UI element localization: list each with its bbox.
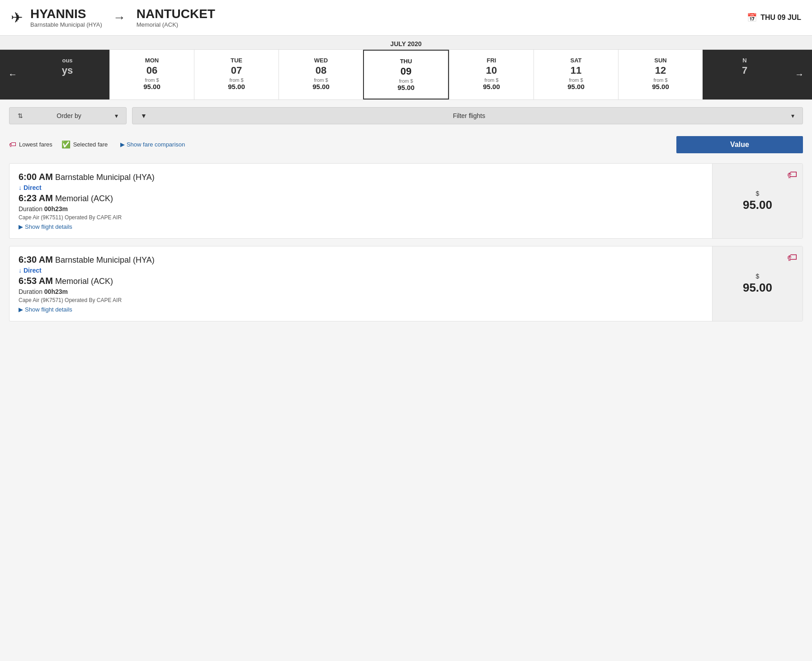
flight-card-1: 6:00 AM Barnstable Municipal (HYA) ↓ Dir… — [9, 163, 803, 239]
flight-2-price-column[interactable]: 🏷 $ 95.00 — [712, 246, 803, 321]
sun12-price: 95.00 — [622, 83, 699, 90]
flight-2-depart-airport: Barnstable Municipal (HYA) — [55, 255, 155, 264]
fri10-price: 95.00 — [453, 83, 530, 90]
origin-city: HYANNIS — [30, 7, 102, 21]
flight-2-details-chevron-icon: ▶ — [19, 306, 23, 313]
flight-1-details-label: Show flight details — [25, 223, 72, 230]
flight-2-duration-value: 00h23m — [44, 288, 68, 295]
fri10-num: 10 — [453, 65, 530, 76]
route-arrow-icon: → — [113, 10, 126, 25]
flight-1-direct-label: Direct — [24, 184, 42, 191]
thu09-price: 95.00 — [368, 84, 444, 91]
lowest-fares-label: Lowest fares — [19, 141, 52, 148]
date-cell-sat-11[interactable]: SAT 11 from $ 95.00 — [533, 50, 618, 99]
filter-chevron-icon: ▾ — [791, 112, 794, 119]
flight-1-price-tag-icon: 🏷 — [787, 169, 797, 181]
flight-1-details-chevron-icon: ▶ — [19, 223, 23, 230]
lowest-fares-tag-icon: 🏷 — [9, 141, 16, 149]
partial-prev-num: ys — [29, 65, 106, 76]
lowest-fares-legend: 🏷 Lowest fares — [9, 141, 52, 149]
flight-2-arrive-airport: Memorial (ACK) — [55, 277, 113, 286]
wed08-from: from $ — [283, 77, 359, 83]
flight-1-duration-label: Duration — [19, 205, 42, 212]
flight-2-direct: ↓ Direct — [19, 267, 703, 274]
date-cell-partial-prev[interactable]: ous ys — [25, 50, 109, 99]
selected-fare-legend: ✅ Selected fare — [61, 140, 108, 149]
flight-2-arrive: 6:53 AM Memorial (ACK) — [19, 276, 703, 286]
flight-2-depart: 6:30 AM Barnstable Municipal (HYA) — [19, 255, 703, 265]
tue07-from: from $ — [198, 77, 275, 83]
page-header: ✈ HYANNIS Barnstable Municipal (HYA) → N… — [0, 0, 812, 36]
flights-list: 6:00 AM Barnstable Municipal (HYA) ↓ Dir… — [0, 158, 812, 327]
origin-info: HYANNIS Barnstable Municipal (HYA) — [30, 7, 102, 28]
sun12-day: SUN — [622, 57, 699, 64]
sun12-num: 12 — [622, 65, 699, 76]
flight-1-depart-airport: Barnstable Municipal (HYA) — [55, 173, 155, 182]
sat11-day: SAT — [538, 57, 614, 64]
filter-icon: ▼ — [141, 112, 147, 119]
fri10-day: FRI — [453, 57, 530, 64]
sun12-from: from $ — [622, 77, 699, 83]
filter-label: Filter flights — [453, 112, 486, 119]
date-cell-fri-10[interactable]: FRI 10 from $ 95.00 — [449, 50, 533, 99]
wed08-day: WED — [283, 57, 359, 64]
tue07-price: 95.00 — [198, 83, 275, 90]
thu09-num: 09 — [368, 66, 444, 77]
flight-2-direct-label: Direct — [24, 267, 42, 274]
fri10-from: from $ — [453, 77, 530, 83]
flight-1-direct: ↓ Direct — [19, 184, 703, 191]
flight-2-duration: Duration 00h23m — [19, 288, 703, 295]
mon06-from: from $ — [113, 77, 190, 83]
date-carousel-section: JULY 2020 ← ous ys MON 06 from $ 95.00 T… — [0, 36, 812, 100]
flight-1-depart-time: 6:00 AM — [19, 172, 53, 182]
route-info: ✈ HYANNIS Barnstable Municipal (HYA) → N… — [11, 7, 215, 28]
flight-1-info: 6:00 AM Barnstable Municipal (HYA) ↓ Dir… — [9, 164, 712, 238]
date-cell-tue-07[interactable]: TUE 07 from $ 95.00 — [194, 50, 279, 99]
date-carousel: ← ous ys MON 06 from $ 95.00 TUE 07 from… — [0, 50, 812, 99]
order-icon: ⇅ — [18, 112, 23, 119]
flight-1-operator: Cape Air (9K7511) Operated By CAPE AIR — [19, 214, 703, 221]
wed08-price: 95.00 — [283, 83, 359, 90]
date-cell-sun-12[interactable]: SUN 12 from $ 95.00 — [618, 50, 703, 99]
flight-2-duration-label: Duration — [19, 288, 42, 295]
flight-card-2: 6:30 AM Barnstable Municipal (HYA) ↓ Dir… — [9, 246, 803, 321]
mon06-day: MON — [113, 57, 190, 64]
show-fare-comparison-link[interactable]: ▶ Show fare comparison — [120, 141, 185, 148]
flight-1-show-details-link[interactable]: ▶ Show flight details — [19, 223, 703, 230]
order-by-label: Order by — [57, 112, 81, 119]
flight-2-show-details-link[interactable]: ▶ Show flight details — [19, 306, 703, 313]
flight-2-depart-time: 6:30 AM — [19, 255, 53, 264]
date-cell-partial-next[interactable]: N 7 — [703, 50, 787, 99]
controls-bar: ⇅ Order by ▾ ▼ Filter flights ▾ — [0, 100, 812, 132]
flight-1-down-arrow-icon: ↓ — [19, 184, 22, 191]
flight-1-arrive: 6:23 AM Memorial (ACK) — [19, 193, 703, 203]
selected-date-label: THU 09 JUL — [760, 14, 801, 22]
carousel-next-button[interactable]: → — [787, 50, 812, 99]
filter-flights-button[interactable]: ▼ Filter flights ▾ — [132, 107, 803, 124]
flight-1-duration: Duration 00h23m — [19, 205, 703, 212]
order-chevron-icon: ▾ — [115, 112, 118, 119]
origin-airport: Barnstable Municipal (HYA) — [30, 21, 102, 28]
flight-2-down-arrow-icon: ↓ — [19, 267, 22, 274]
tue07-num: 07 — [198, 65, 275, 76]
mon06-num: 06 — [113, 65, 190, 76]
date-cell-thu-09[interactable]: THU 09 from $ 95.00 — [363, 50, 449, 99]
date-cell-mon-06[interactable]: MON 06 from $ 95.00 — [109, 50, 194, 99]
sat11-price: 95.00 — [538, 83, 614, 90]
selected-fare-label: Selected fare — [73, 141, 108, 148]
flight-1-arrive-time: 6:23 AM — [19, 193, 53, 203]
flight-2-arrive-time: 6:53 AM — [19, 276, 53, 286]
partial-next-num: 7 — [706, 65, 783, 76]
flight-2-operator: Cape Air (9K7571) Operated By CAPE AIR — [19, 297, 703, 303]
sat11-num: 11 — [538, 65, 614, 76]
carousel-prev-button[interactable]: ← — [0, 50, 25, 99]
flight-1-price-dollar: $ — [756, 190, 760, 197]
tue07-day: TUE — [198, 57, 275, 64]
legend-bar: 🏷 Lowest fares ✅ Selected fare ▶ Show fa… — [0, 132, 812, 158]
flight-2-details-label: Show flight details — [25, 306, 72, 313]
order-by-button[interactable]: ⇅ Order by ▾ — [9, 107, 127, 124]
date-cell-wed-08[interactable]: WED 08 from $ 95.00 — [279, 50, 363, 99]
flight-1-price-column[interactable]: 🏷 $ 95.00 — [712, 164, 803, 238]
calendar-icon: 📅 — [747, 13, 757, 23]
thu09-from: from $ — [368, 78, 444, 84]
